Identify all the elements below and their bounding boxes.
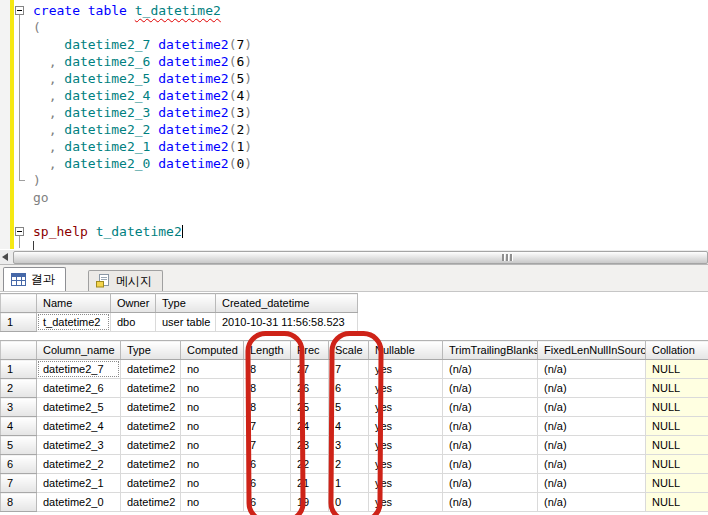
grid-cell[interactable]: datetime2_6 (37, 379, 121, 398)
splitter-grip-icon[interactable] (510, 254, 513, 261)
code-line[interactable]: , datetime2_2 datetime2(2) (33, 121, 252, 138)
grid-cell[interactable]: NULL (646, 360, 708, 379)
grid-cell[interactable]: (n/a) (443, 493, 538, 512)
grid-cell[interactable]: datetime2_3 (37, 436, 121, 455)
column-header[interactable]: Column_name (37, 341, 121, 360)
grid-cell[interactable]: datetime2 (121, 417, 181, 436)
grid-cell[interactable]: no (181, 436, 244, 455)
column-header[interactable]: Created_datetime (216, 294, 358, 313)
grid-cell[interactable]: NULL (646, 436, 708, 455)
grid-cell[interactable]: datetime2_0 (37, 493, 121, 512)
grid-cell[interactable]: (n/a) (538, 398, 646, 417)
splitter-grip-icon[interactable] (506, 254, 509, 261)
collapse-toggle-icon[interactable] (15, 6, 24, 15)
grid-cell[interactable]: datetime2 (121, 360, 181, 379)
column-header[interactable]: FixedLenNullInSource (538, 341, 646, 360)
row-header[interactable]: 1 (1, 360, 37, 379)
row-header[interactable]: 6 (1, 455, 37, 474)
editor-horizontal-scrollbar[interactable] (0, 250, 708, 265)
grid-cell[interactable]: NULL (646, 474, 708, 493)
grid-cell[interactable]: datetime2 (121, 436, 181, 455)
grid-cell[interactable]: NULL (646, 398, 708, 417)
code-line[interactable]: go (33, 189, 252, 206)
scroll-left-arrow-icon[interactable] (2, 253, 8, 261)
grid-cell[interactable]: datetime2 (121, 398, 181, 417)
scrollbar-thumb[interactable] (13, 251, 708, 264)
corner-header[interactable] (1, 294, 37, 313)
row-header[interactable]: 8 (1, 493, 37, 512)
grid-cell[interactable]: user table (156, 313, 216, 332)
grid-cell[interactable]: (n/a) (443, 398, 538, 417)
code-line[interactable]: ) (33, 172, 252, 189)
row-header[interactable]: 3 (1, 398, 37, 417)
column-header[interactable]: TrimTrailingBlanks (443, 341, 538, 360)
grid-cell[interactable]: (n/a) (443, 455, 538, 474)
tab-results[interactable]: 결과 (3, 267, 66, 291)
grid-cell[interactable]: no (181, 474, 244, 493)
grid-cell[interactable]: datetime2_7 (37, 360, 121, 379)
grid-cell[interactable]: (n/a) (443, 436, 538, 455)
sql-editor-pane[interactable]: create table t_datetime2( datetime2_7 da… (0, 0, 708, 251)
grid-cell[interactable]: (n/a) (443, 360, 538, 379)
grid-cell[interactable]: 2010-10-31 11:56:58.523 (216, 313, 358, 332)
grid-cell[interactable]: no (181, 417, 244, 436)
splitter-grip-icon[interactable] (502, 254, 505, 261)
row-header[interactable]: 2 (1, 379, 37, 398)
grid-cell[interactable]: NULL (646, 379, 708, 398)
grid-cell[interactable]: (n/a) (443, 379, 538, 398)
grid-cell[interactable]: datetime2_2 (37, 455, 121, 474)
column-header[interactable]: Collation (646, 341, 708, 360)
code-line[interactable]: , datetime2_1 datetime2(1) (33, 138, 252, 155)
column-header[interactable]: Name (37, 294, 111, 313)
grid-cell[interactable]: no (181, 360, 244, 379)
grid-cell[interactable]: datetime2 (121, 474, 181, 493)
grid-cell[interactable]: (n/a) (538, 360, 646, 379)
code-line[interactable]: , datetime2_0 datetime2(0) (33, 155, 252, 172)
grid-cell[interactable]: (n/a) (538, 379, 646, 398)
grid-cell[interactable]: no (181, 398, 244, 417)
row-header[interactable]: 1 (1, 313, 37, 332)
grid-cell[interactable]: t_datetime2 (37, 313, 111, 332)
code-line[interactable]: ( (33, 19, 252, 36)
grid-cell[interactable]: (n/a) (443, 474, 538, 493)
grid-cell[interactable]: (n/a) (443, 417, 538, 436)
grid-cell[interactable]: no (181, 455, 244, 474)
grid-cell[interactable]: datetime2_5 (37, 398, 121, 417)
column-header[interactable]: Type (156, 294, 216, 313)
grid-cell[interactable]: (n/a) (538, 493, 646, 512)
collapse-toggle-icon[interactable] (15, 227, 24, 236)
grid-cell[interactable]: datetime2 (121, 379, 181, 398)
grid-cell[interactable]: (n/a) (538, 436, 646, 455)
row-header[interactable]: 7 (1, 474, 37, 493)
code-line[interactable]: create table t_datetime2 (33, 2, 252, 19)
tab-messages[interactable]: 메시지 (88, 270, 163, 291)
code-line[interactable]: , datetime2_5 datetime2(5) (33, 70, 252, 87)
corner-header[interactable] (1, 341, 37, 360)
grid-cell[interactable]: (n/a) (538, 417, 646, 436)
messages-icon (96, 274, 111, 288)
grid-cell[interactable]: datetime2_1 (37, 474, 121, 493)
grid-cell[interactable]: (n/a) (538, 474, 646, 493)
code-line[interactable]: datetime2_7 datetime2(7) (33, 36, 252, 53)
row-header[interactable]: 4 (1, 417, 37, 436)
grid-cell[interactable]: NULL (646, 455, 708, 474)
row-header[interactable]: 5 (1, 436, 37, 455)
grid-cell[interactable]: dbo (111, 313, 156, 332)
grid-cell[interactable]: no (181, 493, 244, 512)
grid-cell[interactable]: (n/a) (538, 455, 646, 474)
column-header[interactable]: Computed (181, 341, 244, 360)
code-lines[interactable]: create table t_datetime2( datetime2_7 da… (33, 2, 252, 240)
column-header[interactable]: Type (121, 341, 181, 360)
code-line[interactable] (33, 206, 252, 223)
grid-cell[interactable]: NULL (646, 493, 708, 512)
grid-cell[interactable]: datetime2 (121, 455, 181, 474)
grid-cell[interactable]: datetime2 (121, 493, 181, 512)
code-line[interactable]: , datetime2_3 datetime2(3) (33, 104, 252, 121)
grid-cell[interactable]: datetime2_4 (37, 417, 121, 436)
code-line[interactable]: , datetime2_6 datetime2(6) (33, 53, 252, 70)
column-header[interactable]: Owner (111, 294, 156, 313)
grid-cell[interactable]: NULL (646, 417, 708, 436)
code-line[interactable]: , datetime2_4 datetime2(4) (33, 87, 252, 104)
grid-cell[interactable]: no (181, 379, 244, 398)
code-line[interactable]: sp_help t_datetime2 (33, 223, 252, 240)
